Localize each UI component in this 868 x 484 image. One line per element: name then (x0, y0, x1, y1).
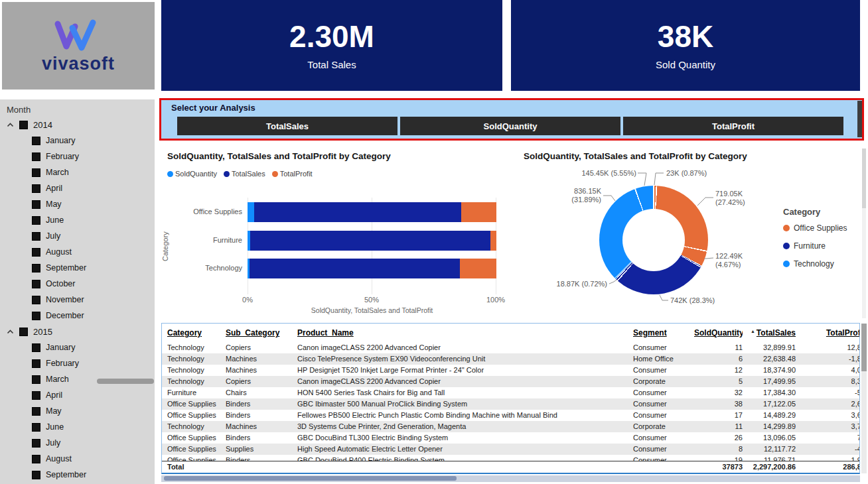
column-header-sub_category[interactable]: Sub_Category (226, 328, 297, 337)
legend-item-totalprofit[interactable]: TotalProfit (272, 170, 313, 178)
table-cell: 4,09 (796, 365, 860, 376)
bar-segment-totalprofit[interactable] (461, 202, 496, 222)
slicer-month-2015-january[interactable]: January (0, 339, 155, 355)
checkbox-icon[interactable] (32, 200, 40, 209)
slicer-year-2014[interactable]: 2014 (0, 117, 155, 133)
scrollbar-thumb[interactable] (861, 324, 867, 371)
column-header-segment[interactable]: Segment (633, 328, 694, 337)
slicer-month-2014-february[interactable]: February (0, 149, 155, 164)
column-header-totalprofit[interactable]: TotalProfit (796, 328, 860, 337)
slicer-month-2014-june[interactable]: June (0, 212, 155, 228)
table-row[interactable]: Office SuppliesSuppliesHigh Speed Automa… (162, 444, 859, 455)
table-row[interactable]: Office SuppliesBindersFellowes PB500 Ele… (162, 410, 859, 421)
checkbox-icon[interactable] (32, 471, 40, 479)
legend-item-office-supplies[interactable]: Office Supplies (783, 223, 847, 233)
checkbox-icon[interactable] (32, 343, 40, 352)
month-slicer-tree: 2014JanuaryFebruaryMarchAprilMayJuneJuly… (0, 117, 155, 483)
checkbox-icon[interactable] (32, 439, 40, 448)
scrollbar-thumb[interactable] (164, 476, 457, 481)
table-row[interactable]: TechnologyMachines3D Systems Cube Printe… (162, 421, 859, 432)
checkbox-icon[interactable] (32, 391, 40, 400)
checkbox-icon[interactable] (32, 375, 40, 384)
bar-technology[interactable] (248, 259, 496, 278)
checkbox-icon[interactable] (32, 312, 40, 320)
slicer-month-2014-november[interactable]: November (0, 292, 155, 308)
table-row[interactable]: TechnologyCopiersCanon imageCLASS 2200 A… (162, 342, 859, 353)
checkbox-icon[interactable] (32, 423, 40, 432)
table-vertical-scrollbar[interactable] (861, 324, 867, 473)
legend-item-furniture[interactable]: Furniture (783, 241, 847, 251)
table-horizontal-scrollbar[interactable] (161, 475, 860, 482)
bar-segment-totalsales[interactable] (250, 231, 490, 251)
chevron-up-icon[interactable] (7, 330, 19, 334)
table-cell: Machines (226, 353, 297, 365)
slicer-month-2014-may[interactable]: May (0, 196, 155, 212)
slicer-month-2015-july[interactable]: July (0, 435, 155, 451)
slicer-month-2014-march[interactable]: March (0, 164, 155, 180)
bar-segment-totalprofit[interactable] (490, 231, 496, 251)
slicer-month-2014-april[interactable]: April (0, 180, 155, 196)
slicer-month-2014-july[interactable]: July (0, 228, 155, 244)
button-totalsales[interactable]: TotalSales (177, 117, 398, 135)
table-row[interactable]: TechnologyMachinesHP Designjet T520 Inkj… (162, 365, 859, 376)
column-header-totalsales[interactable]: ▲TotalSales (743, 328, 796, 337)
checkbox-icon[interactable] (32, 455, 40, 463)
table-row[interactable]: TechnologyCopiersCanon imageCLASS 2200 A… (162, 376, 859, 387)
checkbox-icon[interactable] (32, 216, 40, 225)
bar-segment-totalsales[interactable] (250, 259, 460, 278)
scrollbar-thumb[interactable] (862, 149, 866, 208)
slicer-month-2014-january[interactable]: January (0, 133, 155, 149)
table-row[interactable]: Office SuppliesBindersGBC DocuBind TL300… (162, 432, 859, 444)
button-totalprofit[interactable]: TotalProfit (623, 117, 843, 135)
donut-scrollbar[interactable] (862, 149, 866, 318)
checkbox-icon[interactable] (32, 264, 40, 272)
table-cell: Office Supplies (162, 398, 226, 410)
table-row[interactable]: FurnitureChairsHON 5400 Series Task Chai… (162, 387, 859, 398)
checkbox-icon[interactable] (32, 152, 40, 161)
button-soldquantity[interactable]: SoldQuantity (400, 117, 620, 135)
slicer-month-2015-august[interactable]: August (0, 451, 155, 467)
table-cell: GBC Ibimaster 500 Manual ProClick Bindin… (297, 398, 633, 410)
slicer-month-2015-february[interactable]: February (0, 355, 155, 371)
checkbox-icon[interactable] (19, 328, 28, 336)
bar-segment-totalsales[interactable] (254, 202, 461, 222)
checkbox-icon[interactable] (32, 248, 40, 257)
x-tick: 0% (242, 296, 253, 304)
legend-item-technology[interactable]: Technology (783, 259, 847, 269)
slicer-month-2014-august[interactable]: August (0, 244, 155, 260)
slicer-month-2015-june[interactable]: June (0, 419, 155, 435)
table-row[interactable]: Office SuppliesBindersGBC Ibimaster 500 … (162, 398, 859, 410)
checkbox-icon[interactable] (32, 280, 40, 288)
slicer-month-2014-december[interactable]: December (0, 308, 155, 324)
chevron-up-icon[interactable] (7, 123, 19, 127)
slicer-month-2015-september[interactable]: September (0, 467, 155, 483)
slicer-month-2015-may[interactable]: May (0, 403, 155, 419)
analysis-scrollbar[interactable] (857, 101, 862, 137)
legend-item-soldquantity[interactable]: SoldQuantity (167, 170, 217, 178)
slicer-year-2015[interactable]: 2015 (0, 324, 155, 339)
table-cell: HP Designjet T520 Inkjet Large Format Pr… (297, 365, 633, 376)
bar-office-supplies[interactable] (248, 202, 496, 222)
checkbox-icon[interactable] (32, 407, 40, 416)
slicer-month-2015-april[interactable]: April (0, 387, 155, 403)
slicer-month-label: August (46, 454, 72, 463)
legend-item-totalsales[interactable]: TotalSales (224, 170, 265, 178)
column-header-product_name[interactable]: Product_Name (297, 328, 633, 337)
checkbox-icon[interactable] (32, 184, 40, 193)
slicer-month-2014-october[interactable]: October (0, 276, 155, 292)
checkbox-icon[interactable] (32, 359, 40, 368)
bar-segment-totalprofit[interactable] (460, 259, 496, 278)
column-header-soldquantity[interactable]: SoldQuantity (694, 328, 743, 337)
table-row[interactable]: TechnologyMachinesCisco TelePresence Sys… (162, 353, 859, 365)
checkbox-icon[interactable] (32, 137, 40, 145)
checkbox-icon[interactable] (32, 232, 40, 241)
checkbox-icon[interactable] (19, 121, 28, 129)
checkbox-icon[interactable] (32, 168, 40, 177)
slicer-month-2014-september[interactable]: September (0, 260, 155, 276)
slicer-scrollbar[interactable] (97, 379, 154, 384)
column-header-category[interactable]: Category (162, 328, 226, 337)
checkbox-icon[interactable] (32, 296, 40, 304)
bar-segment-soldquantity[interactable] (248, 202, 254, 222)
bar-furniture[interactable] (248, 231, 496, 251)
table-cell: Cisco TelePresence System EX90 Videoconf… (297, 353, 633, 365)
